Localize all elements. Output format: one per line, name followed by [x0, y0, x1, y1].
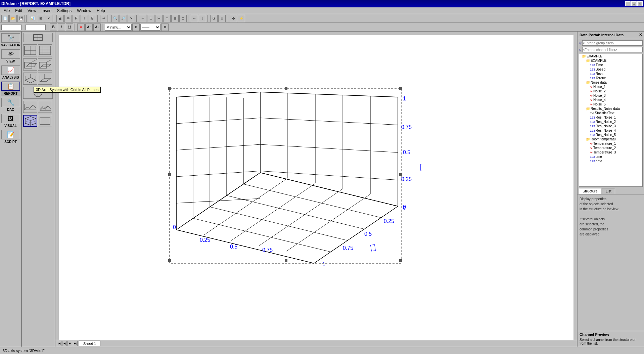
nav-prev[interactable]: ◀: [62, 341, 67, 346]
tree-item[interactable]: 123data: [579, 159, 642, 163]
close-btn[interactable]: ✕: [637, 1, 643, 6]
tb-search[interactable]: 🔍: [111, 15, 119, 22]
icon-3d-box-2[interactable]: [38, 58, 52, 71]
menu-help[interactable]: Help: [94, 8, 108, 14]
tb-extra2[interactable]: ⚡: [238, 15, 245, 22]
tree-item[interactable]: TxtStatisticsText: [579, 111, 642, 115]
tb-undo[interactable]: ↩: [100, 15, 107, 22]
menu-window[interactable]: Window: [74, 8, 94, 14]
sidebar-btn-analysis[interactable]: 📈: [1, 65, 20, 75]
tree-item[interactable]: 123Res_Noise_2: [579, 120, 642, 124]
sidebar-btn-script[interactable]: 📝: [1, 130, 20, 139]
icon-terrain-2[interactable]: [38, 101, 52, 113]
menu-view[interactable]: View: [25, 8, 39, 14]
tb-line-extra[interactable]: ⚙: [161, 24, 169, 31]
sidebar-btn-view[interactable]: 👁: [1, 49, 20, 59]
tb-name-field[interactable]: [1, 24, 21, 30]
tb-table[interactable]: ⊞: [37, 15, 44, 22]
tb-underline[interactable]: U: [66, 24, 73, 31]
canvas-area[interactable]: 1 0.75 0.5 0.25 0 0 0.25 0.5 0.75 1 0 0.…: [55, 32, 577, 347]
tb-extra1[interactable]: ⚙: [230, 15, 237, 22]
tree-item[interactable]: 123Time: [579, 63, 642, 67]
title-bar-buttons[interactable]: _ □ ✕: [625, 1, 643, 6]
tb-dist-v[interactable]: ↕: [199, 15, 206, 22]
tb-zoom-in[interactable]: 🔎: [120, 15, 127, 22]
sidebar-btn-visual[interactable]: 🖼: [1, 114, 20, 123]
tree-item[interactable]: 📁Room temperatu...: [579, 137, 642, 141]
menu-insert[interactable]: Insert: [39, 8, 54, 14]
tb-bold[interactable]: B: [50, 24, 57, 31]
tree-item[interactable]: 123Torque: [579, 76, 642, 80]
tb-new[interactable]: 📄: [1, 15, 9, 22]
tree-item[interactable]: 📁Results_Noise data: [579, 106, 642, 111]
tree-item[interactable]: 123Res_Noise_3: [579, 124, 642, 128]
tb-dist-h[interactable]: ↔: [191, 15, 198, 22]
tb-export[interactable]: E: [89, 15, 96, 22]
tb-font-size-up[interactable]: A↑: [85, 24, 93, 31]
tree-item[interactable]: 📁EXAMPLE: [579, 58, 642, 63]
tb-checked[interactable]: ✓: [45, 15, 52, 22]
tb-size-field[interactable]: [26, 24, 46, 30]
tb-chart[interactable]: 📊: [29, 15, 36, 22]
right-panel-close-btn[interactable]: ✕: [639, 33, 642, 37]
menu-settings[interactable]: Settings: [54, 8, 74, 14]
tree-item[interactable]: 123time: [579, 154, 642, 159]
tb-align-m[interactable]: ⊟: [171, 15, 179, 22]
tb-align-l[interactable]: ⊣: [139, 15, 146, 22]
icon-3d-floor[interactable]: [23, 73, 37, 85]
icon-3d-all-planes[interactable]: [23, 115, 37, 127]
tb-stop[interactable]: ✕: [128, 15, 135, 22]
tb-print[interactable]: 🖨: [56, 15, 64, 22]
icon-plain-axis[interactable]: [38, 115, 52, 127]
nav-last[interactable]: ▶|: [73, 341, 78, 346]
tree-item[interactable]: ∿Noise_2: [579, 89, 642, 93]
icon-layout-top-left[interactable]: [23, 44, 37, 56]
tree-item[interactable]: 123Speed: [579, 67, 642, 72]
tree-item[interactable]: ∿Temperature_2: [579, 146, 642, 150]
tree-item[interactable]: 123Res_Noise_1: [579, 115, 642, 120]
tb-size-select[interactable]: ——: [140, 24, 160, 31]
nav-arrows[interactable]: |◀ ◀ ▶ ▶|: [57, 341, 78, 346]
sidebar-btn-report[interactable]: 📋: [1, 82, 20, 91]
tb-font-color[interactable]: A: [77, 24, 85, 31]
tree-item[interactable]: ∿Noise_3: [579, 93, 642, 98]
tree-item[interactable]: 📁EXAMPLE: [579, 54, 642, 58]
group-filter-input[interactable]: [582, 40, 643, 46]
tb-font-size-down[interactable]: A↓: [93, 24, 101, 31]
tree-item[interactable]: 123Res_Noise_4: [579, 128, 642, 133]
sidebar-btn-navigator[interactable]: 🔭: [1, 33, 20, 43]
menu-edit[interactable]: Edit: [12, 8, 25, 14]
menu-file[interactable]: File: [1, 8, 12, 14]
icon-3d-box-1[interactable]: [23, 58, 37, 71]
tb-align-r[interactable]: ⊢: [155, 15, 163, 22]
tb-font-extra[interactable]: ⚙: [132, 24, 140, 31]
tree-item[interactable]: ∿Temperature_3: [579, 150, 642, 154]
sheet-tab-1[interactable]: Sheet 1: [79, 341, 100, 346]
minimize-btn[interactable]: _: [625, 1, 631, 6]
tb-img[interactable]: I: [81, 15, 88, 22]
tree-item[interactable]: ∿Temperature_1: [579, 141, 642, 146]
tb-ungroup[interactable]: U: [218, 15, 226, 22]
tree-item[interactable]: 123Revs: [579, 72, 642, 76]
tb-font-select[interactable]: Minimu...: [105, 24, 132, 31]
maximize-btn[interactable]: □: [631, 1, 637, 6]
tb-align-t[interactable]: ⊤: [163, 15, 171, 22]
channel-filter-input[interactable]: [582, 47, 643, 52]
tree-item[interactable]: 123Res_Noise_5: [579, 133, 642, 137]
tb-open[interactable]: 📂: [9, 15, 17, 22]
tab-list[interactable]: List: [602, 188, 615, 194]
tb-preview[interactable]: 👁: [64, 15, 72, 22]
nav-first[interactable]: |◀: [57, 341, 61, 346]
tb-pdf[interactable]: P: [73, 15, 80, 22]
tree-item[interactable]: ∿Noise_5: [579, 102, 642, 106]
tb-align-c[interactable]: ⊥: [147, 15, 154, 22]
tree-item[interactable]: ∿Noise_4: [579, 98, 642, 102]
nav-next[interactable]: ▶: [67, 341, 72, 346]
tb-group[interactable]: G: [210, 15, 218, 22]
tree-item[interactable]: ∿Noise_1: [579, 85, 642, 89]
tree-container[interactable]: 📁EXAMPLE📁EXAMPLE123Time123Speed123Revs12…: [579, 54, 643, 187]
icon-3d-side[interactable]: [38, 73, 52, 85]
tb-save[interactable]: 💾: [17, 15, 25, 22]
tab-structure[interactable]: Structure: [579, 188, 601, 194]
tree-item[interactable]: 📁Noise data: [579, 80, 642, 85]
